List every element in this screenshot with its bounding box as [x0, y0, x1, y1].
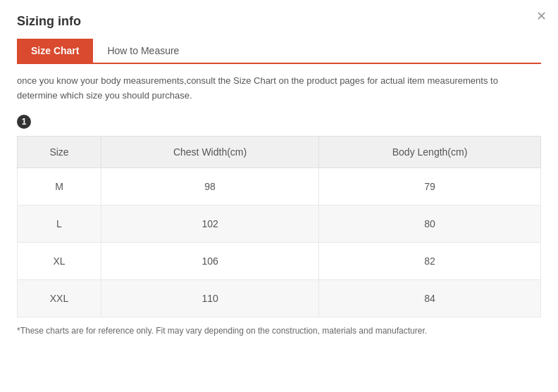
modal-overlay: Sizing info ✕ Size Chart How to Measure …	[0, 0, 558, 392]
cell-size: XL	[18, 242, 101, 279]
table-header-row: Size Chest Width(cm) Body Length(cm)	[18, 136, 541, 167]
tabs-container: Size Chart How to Measure	[17, 39, 541, 64]
col-header-size: Size	[18, 136, 101, 167]
col-header-body: Body Length(cm)	[319, 136, 541, 167]
table-row: XXL11084	[18, 279, 541, 317]
cell-size: L	[18, 205, 101, 242]
table-row: M9879	[18, 167, 541, 205]
cell-body: 84	[319, 279, 541, 317]
cell-chest: 106	[101, 242, 319, 279]
cell-chest: 98	[101, 167, 319, 205]
sizing-info-modal: Sizing info ✕ Size Chart How to Measure …	[0, 0, 558, 392]
cell-size: XXL	[18, 279, 101, 317]
modal-title: Sizing info	[17, 14, 541, 29]
cell-chest: 110	[101, 279, 319, 317]
cell-body: 80	[319, 205, 541, 242]
description-text: once you know your body measurements,con…	[17, 74, 541, 103]
cell-body: 82	[319, 242, 541, 279]
disclaimer-text: *These charts are for reference only. Fi…	[17, 326, 541, 336]
table-row: L10280	[18, 205, 541, 242]
step-badge: 1	[17, 115, 31, 129]
cell-body: 79	[319, 167, 541, 205]
close-button[interactable]: ✕	[536, 10, 547, 23]
cell-chest: 102	[101, 205, 319, 242]
size-table: Size Chest Width(cm) Body Length(cm) M98…	[17, 136, 541, 317]
col-header-chest: Chest Width(cm)	[101, 136, 319, 167]
tab-size-chart[interactable]: Size Chart	[17, 39, 93, 63]
table-row: XL10682	[18, 242, 541, 279]
tab-how-to-measure[interactable]: How to Measure	[93, 39, 193, 63]
cell-size: M	[18, 167, 101, 205]
